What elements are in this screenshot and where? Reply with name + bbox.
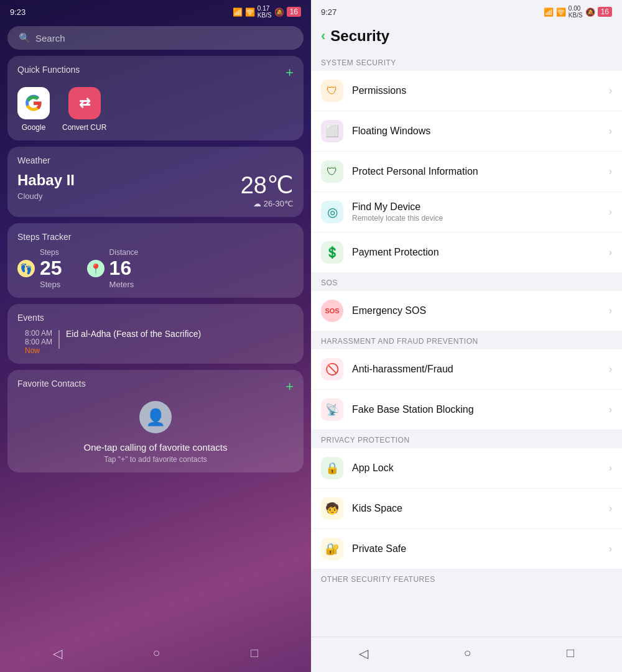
weather-condition: Cloudy: [17, 191, 75, 201]
quick-functions-title: Quick Functions: [17, 65, 80, 75]
section-header-system-security: SYSTEM SECURITY: [311, 52, 622, 71]
quick-apps-list: Google ⇄ Convert CUR: [17, 87, 294, 132]
convert-cur-icon: ⇄: [68, 87, 101, 119]
find-my-device-title: Find My Device: [352, 201, 420, 212]
nav-recent-right[interactable]: □: [567, 646, 574, 661]
list-item-anti-harassment[interactable]: 🚫 Anti-harassment/Fraud ›: [311, 349, 622, 390]
battery-left: 16: [287, 7, 301, 17]
kids-space-title: Kids Space: [352, 503, 402, 513]
section-header-privacy: Privacy Protection: [311, 430, 622, 448]
data-speed-right: 0.00KB/S: [569, 5, 583, 19]
emergency-sos-title: Emergency SOS: [352, 305, 426, 316]
distance-unit: Meters: [109, 280, 139, 289]
app-convert-cur[interactable]: ⇄ Convert CUR: [62, 87, 106, 132]
protect-personal-title: Protect Personal Information: [352, 166, 478, 177]
floating-windows-chevron: ›: [609, 126, 612, 137]
weather-card: Weather Habay II Cloudy 28℃ ☁ 26-30℃: [7, 147, 304, 217]
quick-functions-add-button[interactable]: +: [285, 65, 294, 81]
contacts-main-text: One-tap calling of favorite contacts: [84, 442, 228, 453]
permissions-title: Permissions: [352, 85, 406, 96]
find-my-device-icon: ◎: [321, 201, 343, 223]
time-left: 9:23: [10, 7, 26, 17]
data-speed-left: 0.17KB/S: [258, 5, 272, 19]
status-bar-left: 9:23 📶 🛜 0.17KB/S 🔕 16: [7, 0, 304, 21]
contacts-body: 👤 One-tap calling of favorite contacts T…: [17, 401, 294, 464]
fake-base-station-chevron: ›: [609, 404, 612, 415]
private-safe-icon: 🔐: [321, 538, 343, 560]
google-icon: [17, 87, 50, 119]
list-item-find-my-device[interactable]: ◎ Find My Device Remotely locate this de…: [311, 192, 622, 232]
weather-temp: 28℃: [241, 172, 294, 199]
system-security-group: 🛡 Permissions › ⬜ Floating Windows › 🛡 P…: [311, 71, 622, 272]
weather-title: Weather: [17, 155, 294, 165]
kids-space-chevron: ›: [609, 503, 612, 514]
list-item-fake-base-station[interactable]: 📡 Fake Base Station Blocking ›: [311, 390, 622, 430]
wifi-icon: 🛜: [245, 7, 255, 17]
signal-icon: 📶: [233, 7, 243, 17]
event-time1: 8:00 AM: [25, 329, 52, 338]
app-lock-icon: 🔒: [321, 457, 343, 479]
steps-icon: 👣: [17, 260, 35, 277]
search-icon: 🔍: [19, 32, 30, 44]
app-google[interactable]: Google: [17, 87, 50, 132]
permissions-chevron: ›: [609, 85, 612, 96]
contacts-card: Favorite Contacts + 👤 One-tap calling of…: [7, 370, 304, 472]
list-item-app-lock[interactable]: 🔒 App Lock ›: [311, 448, 622, 489]
contacts-sub-text: Tap "+" to add favorite contacts: [84, 455, 228, 464]
event-bar: [58, 330, 60, 349]
list-item-emergency-sos[interactable]: SOS Emergency SOS ›: [311, 291, 622, 331]
list-item-private-safe[interactable]: 🔐 Private Safe ›: [311, 529, 622, 569]
steps-unit: Steps: [40, 280, 62, 289]
fake-base-station-title: Fake Base Station Blocking: [352, 404, 474, 415]
list-item-permissions[interactable]: 🛡 Permissions ›: [311, 71, 622, 111]
events-card: Events 8:00 AM 8:00 AMNow Eid al-Adha (F…: [7, 304, 304, 364]
nav-home-left[interactable]: ○: [152, 646, 160, 661]
avatar: 👤: [139, 401, 172, 433]
battery-right: 16: [598, 7, 612, 17]
bottom-nav-right: ◁ ○ □: [311, 637, 622, 672]
protect-personal-chevron: ›: [609, 166, 612, 177]
wifi-icon-right: 🛜: [556, 7, 566, 17]
status-bar-right: 9:27 📶 🛜 0.00KB/S 🔕 16: [311, 0, 622, 21]
weather-city: Habay II: [17, 172, 75, 189]
contacts-title: Favorite Contacts: [17, 379, 86, 389]
signal-icon-right: 📶: [544, 7, 554, 17]
private-safe-chevron: ›: [609, 543, 612, 555]
time-right: 9:27: [321, 7, 337, 17]
anti-harassment-title: Anti-harassment/Fraud: [352, 364, 453, 374]
quick-functions-card: Quick Functions + Google ⇄ Convert CUR: [7, 56, 304, 140]
find-my-device-chevron: ›: [609, 206, 612, 218]
nav-back-left[interactable]: ◁: [53, 646, 62, 661]
back-button[interactable]: ‹: [321, 28, 325, 44]
security-header: ‹ Security: [311, 21, 622, 52]
list-item-protect-personal[interactable]: 🛡 Protect Personal Information ›: [311, 152, 622, 192]
nav-recent-left[interactable]: □: [251, 646, 258, 661]
nav-home-right[interactable]: ○: [463, 646, 471, 661]
emergency-sos-chevron: ›: [609, 305, 612, 316]
search-bar[interactable]: 🔍 Search: [7, 26, 304, 50]
emergency-sos-icon: SOS: [321, 300, 343, 322]
search-placeholder: Search: [35, 33, 65, 44]
distance-label: Distance: [109, 248, 139, 257]
list-item-payment-protection[interactable]: 💲 Payment Protection ›: [311, 232, 622, 272]
google-label: Google: [22, 123, 46, 132]
sos-group: SOS Emergency SOS ›: [311, 291, 622, 331]
kids-space-icon: 🧒: [321, 497, 343, 520]
event-name: Eid al-Adha (Feast of the Sacrifice): [66, 329, 201, 339]
payment-protection-icon: 💲: [321, 241, 343, 264]
list-item-floating-windows[interactable]: ⬜ Floating Windows ›: [311, 111, 622, 152]
nav-back-right[interactable]: ◁: [359, 646, 368, 661]
contacts-add-button[interactable]: +: [285, 379, 294, 395]
anti-harassment-chevron: ›: [609, 364, 612, 375]
right-panel: 9:27 📶 🛜 0.00KB/S 🔕 16 ‹ Security SYSTEM…: [311, 0, 622, 672]
event-time2: 8:00 AMNow: [25, 338, 52, 355]
section-header-sos: SOS: [311, 272, 622, 291]
list-item-kids-space[interactable]: 🧒 Kids Space ›: [311, 489, 622, 529]
anti-harassment-icon: 🚫: [321, 358, 343, 380]
left-panel: 9:23 📶 🛜 0.17KB/S 🔕 16 🔍 Search Quick Fu…: [0, 0, 311, 672]
section-header-other: Other Security Features: [311, 569, 622, 587]
distance-value: 16: [109, 257, 139, 280]
harassment-group: 🚫 Anti-harassment/Fraud › 📡 Fake Base St…: [311, 349, 622, 430]
events-title: Events: [17, 313, 294, 323]
find-my-device-subtitle: Remotely locate this device: [352, 214, 609, 223]
